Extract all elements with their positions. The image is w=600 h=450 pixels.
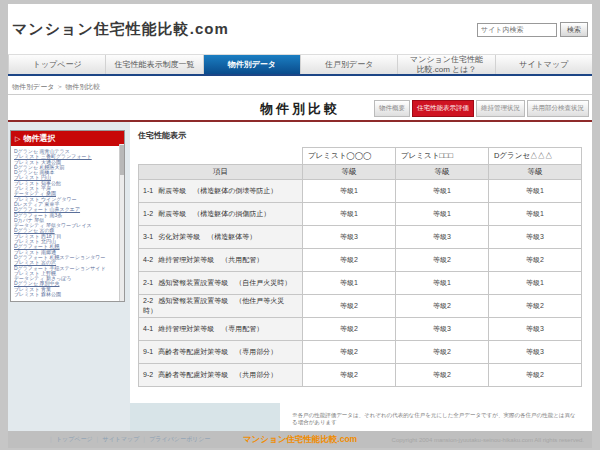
row-item-text: 維持管理対策等級 （共用配管）	[158, 256, 263, 263]
grade-cell: 等級2	[302, 249, 395, 272]
window-frame: マンション住宅性能比較.com 検索 トップページ 住宅性能表示制度一覧 物件別…	[0, 0, 600, 450]
property-name-cell: プレミスト◯◯◯	[302, 148, 395, 165]
nav-item[interactable]: サイトマップ	[495, 55, 592, 74]
grade-cell: 等級1	[302, 272, 395, 295]
sidebar: ▷ 物件選択 Dグランセ 南青山テラス プレミスト 三番町グランフォート プレミ…	[8, 122, 130, 431]
property-name-cell: Dグランセ△△△	[488, 148, 581, 165]
performance-table: プレミスト◯◯◯ プレミスト□□□ Dグランセ△△△ 項目 等級 等級 等級	[138, 147, 582, 387]
table-row: 1-2耐震等級 （構造躯体の損傷防止） 等級1 等級1 等級1	[139, 203, 582, 226]
note-row: ※各戸の性能評価データは、それぞれの代表的な住戸を元にした全戸データですが、実際…	[138, 403, 582, 431]
row-item-text: 高齢者等配慮対策等級 （共用部分）	[158, 371, 277, 378]
site-search: 検索	[477, 22, 588, 37]
grade-header-cell: 等級	[488, 165, 581, 180]
detail-tab-label: 住宅性能表示評価	[417, 104, 469, 111]
item-header-cell: 項目	[139, 165, 303, 180]
grade-cell: 等級1	[395, 203, 488, 226]
row-item-label: 9-1高齢者等配慮対策等級 （専用部分）	[139, 341, 303, 364]
nav-item-label: サイトマップ	[519, 60, 568, 69]
grade-cell: 等級3	[302, 226, 395, 249]
table-row: 3-1劣化対策等級 （構造躯体等） 等級3 等級3 等級3	[139, 226, 582, 249]
note-spacer	[130, 403, 280, 431]
table-row: 1-1耐震等級 （構造躯体の倒壊等防止） 等級1 等級1 等級1	[139, 180, 582, 203]
grade-cell: 等級2	[302, 318, 395, 341]
nav-item-label: 住宅性能表示制度一覧	[114, 60, 194, 69]
title-bar: 物件別比較 物件概要 住宅性能表示評価 維持管理状況 共用部分検査状況	[8, 94, 592, 120]
nav-item[interactable]: 住戸別データ	[300, 55, 397, 74]
row-number: 1-1	[143, 187, 153, 194]
nav-item-label: トップページ	[33, 60, 82, 69]
row-item-label: 2-1感知警報装置設置等級 （自住戸火災時）	[139, 272, 303, 295]
nav-item[interactable]: マンション住宅性能 比較.com とは？	[397, 55, 494, 74]
nav-item[interactable]: 住宅性能表示制度一覧	[105, 55, 202, 74]
row-number: 2-1	[143, 279, 153, 286]
global-nav: トップページ 住宅性能表示制度一覧 物件別データ 住戸別データ マンション住宅性…	[8, 54, 592, 76]
table-row: 9-1高齢者等配慮対策等級 （専用部分） 等級2 等級2 等級3	[139, 341, 582, 364]
search-button[interactable]: 検索	[560, 22, 588, 37]
performance-table-body: 1-1耐震等級 （構造躯体の倒壊等防止） 等級1 等級1 等級1 1-2耐震等級…	[139, 180, 582, 387]
property-select-title: 物件選択	[23, 133, 55, 144]
row-number: 9-2	[143, 371, 153, 378]
row-number: 9-1	[143, 348, 153, 355]
scrollbar-thumb[interactable]	[120, 145, 124, 175]
blank-cell	[139, 148, 303, 165]
footer-links: トップページ サイトマップ プライバシーポリシー	[46, 435, 210, 444]
detail-tabs: 物件概要 住宅性能表示評価 維持管理状況 共用部分検査状況	[374, 100, 589, 117]
row-number: 4-1	[143, 325, 153, 332]
breadcrumb: 物件別データ ＞ 物件別比較	[8, 76, 592, 94]
scrollbar[interactable]	[119, 144, 124, 301]
grade-cell: 等級3	[395, 226, 488, 249]
grade-cell: 等級2	[395, 364, 488, 387]
nav-item-label: 住戸別データ	[325, 60, 373, 69]
detail-tab[interactable]: 共用部分検査状況	[527, 100, 589, 117]
row-item-text: 感知警報装置設置等級 （自住戸火災時）	[158, 279, 291, 286]
row-item-text: 維持管理対策等級 （専用配管）	[158, 325, 263, 332]
table-row: 4-1維持管理対策等級 （専用配管） 等級2 等級3 等級3	[139, 318, 582, 341]
grade-cell: 等級2	[302, 341, 395, 364]
detail-tab[interactable]: 維持管理状況	[476, 100, 525, 117]
grade-cell: 等級3	[395, 318, 488, 341]
row-item-label: 3-1劣化対策等級 （構造躯体等）	[139, 226, 303, 249]
search-input[interactable]	[477, 23, 557, 37]
row-item-label: 2-2感知警報装置設置等級 （他住戸等火災時）	[139, 295, 303, 318]
site-header: マンション住宅性能比較.com 検索	[8, 4, 592, 54]
grade-cell: 等級2	[488, 364, 581, 387]
table-row: 9-2高齢者等配慮対策等級 （共用部分） 等級2 等級2 等級2	[139, 364, 582, 387]
nav-item[interactable]: トップページ	[8, 55, 105, 74]
footer-link[interactable]: トップページ	[46, 435, 93, 444]
property-select-box: ▷ 物件選択 Dグランセ 南青山テラス プレミスト 三番町グランフォート プレミ…	[10, 130, 125, 302]
property-header-row: プレミスト◯◯◯ プレミスト□□□ Dグランセ△△△	[139, 148, 582, 165]
row-item-text: 高齢者等配慮対策等級 （専用部分）	[158, 348, 277, 355]
row-item-label: 1-1耐震等級 （構造躯体の倒壊等防止）	[139, 180, 303, 203]
property-name-cell: プレミスト□□□	[395, 148, 488, 165]
grade-cell: 等級3	[488, 318, 581, 341]
grade-cell: 等級2	[395, 295, 488, 318]
grade-cell: 等級1	[488, 203, 581, 226]
grade-cell: 等級2	[395, 341, 488, 364]
nav-item[interactable]: 物件別データ	[203, 55, 300, 74]
grade-header-cell: 等級	[395, 165, 488, 180]
grade-cell: 等級3	[488, 226, 581, 249]
grade-header-cell: 等級	[302, 165, 395, 180]
footer-link[interactable]: サイトマップ	[93, 435, 140, 444]
detail-tab[interactable]: 物件概要	[374, 100, 410, 117]
grade-cell: 等級2	[488, 249, 581, 272]
row-item-label: 4-2維持管理対策等級 （共用配管）	[139, 249, 303, 272]
row-item-text: 耐震等級 （構造躯体の倒壊等防止）	[158, 187, 277, 194]
footer-link[interactable]: プライバシーポリシー	[139, 435, 210, 444]
grade-cell: 等級2	[395, 249, 488, 272]
row-number: 3-1	[143, 233, 153, 240]
property-list: Dグランセ 南青山テラス プレミスト 三番町グランフォート プレミスト 大通公園…	[11, 146, 124, 300]
grade-cell: 等級2	[488, 295, 581, 318]
row-item-text: 耐震等級 （構造躯体の損傷防止）	[158, 210, 270, 217]
detail-tab[interactable]: 住宅性能表示評価	[412, 100, 474, 117]
nav-item-label: 物件別データ	[228, 60, 276, 69]
grade-cell: 等級1	[395, 180, 488, 203]
grade-cell: 等級2	[302, 364, 395, 387]
row-number: 1-2	[143, 210, 153, 217]
detail-tab-label: 物件概要	[379, 104, 405, 111]
grade-cell: 等級1	[302, 203, 395, 226]
property-link[interactable]: プレミスト 森林公園	[14, 292, 117, 297]
sub-header-row: 項目 等級 等級 等級	[139, 165, 582, 180]
row-item-label: 4-1維持管理対策等級 （専用配管）	[139, 318, 303, 341]
grade-cell: 等級2	[302, 295, 395, 318]
